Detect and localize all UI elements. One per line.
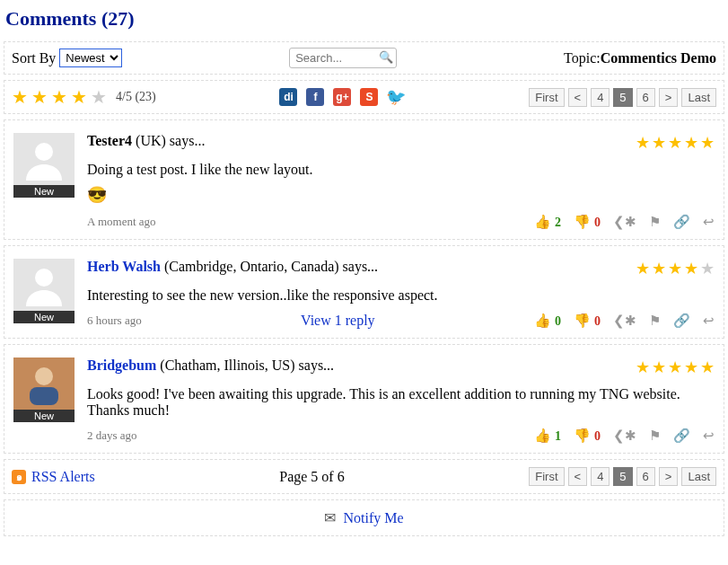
pager-next[interactable]: > bbox=[659, 88, 679, 107]
share-icon[interactable]: ❮✱ bbox=[613, 313, 636, 329]
view-replies-link[interactable]: View 1 reply bbox=[301, 313, 375, 329]
mail-icon: ✉ bbox=[324, 510, 336, 525]
comment-rating: ★★★★★ bbox=[636, 259, 715, 278]
facebook-icon[interactable]: f bbox=[306, 88, 324, 106]
topic-label: Topic: bbox=[564, 50, 601, 66]
pager-6[interactable]: 6 bbox=[636, 88, 655, 107]
says-label: says... bbox=[343, 259, 379, 274]
emoji-cool-icon: 😎 bbox=[87, 185, 715, 205]
rss-icon[interactable]: ๑ bbox=[12, 470, 26, 484]
downvote-button[interactable]: 👎 0 bbox=[574, 428, 601, 444]
comment-time: 6 hours ago bbox=[87, 313, 142, 328]
new-badge: New bbox=[13, 410, 75, 422]
overall-rating-text: 4/5 (23) bbox=[116, 90, 156, 104]
svg-point-2 bbox=[35, 367, 53, 385]
comment-time: A moment ago bbox=[87, 215, 156, 229]
says-label: says... bbox=[299, 358, 335, 373]
share-icon[interactable]: ❮✱ bbox=[613, 428, 636, 444]
overall-stars[interactable]: ★★★★★ bbox=[12, 86, 107, 108]
pager-4[interactable]: 4 bbox=[591, 88, 610, 107]
pager-prev[interactable]: < bbox=[568, 467, 588, 486]
stumbleupon-icon[interactable]: S bbox=[360, 88, 378, 106]
comment-time: 2 days ago bbox=[87, 428, 137, 443]
pager-5[interactable]: 5 bbox=[613, 467, 632, 486]
comment: New Bridgebum (Chatham, Illinois, US) sa… bbox=[4, 344, 724, 454]
comment-location: (Cambridge, Ontario, Canada) bbox=[161, 259, 343, 274]
notify-label: Notify Me bbox=[343, 510, 403, 525]
comment-location: (Chatham, Illinois, US) bbox=[156, 358, 298, 373]
permalink-icon[interactable]: 🔗 bbox=[673, 313, 690, 329]
pager-last[interactable]: Last bbox=[681, 467, 716, 486]
new-badge: New bbox=[13, 311, 75, 323]
comment: New Tester4 (UK) says... ★★★★★ Doing a t… bbox=[4, 119, 724, 240]
digg-icon[interactable]: di bbox=[279, 88, 297, 106]
new-badge: New bbox=[13, 185, 75, 198]
comment-text: Doing a test post. I like the new layout… bbox=[87, 162, 715, 178]
comment-rating: ★★★★★ bbox=[636, 358, 715, 377]
reply-icon[interactable]: ↩ bbox=[703, 313, 715, 329]
avatar bbox=[13, 259, 75, 311]
downvote-button[interactable]: 👎 0 bbox=[574, 313, 601, 329]
pager-5[interactable]: 5 bbox=[613, 88, 632, 107]
sort-label: Sort By bbox=[12, 50, 56, 66]
svg-rect-3 bbox=[30, 387, 58, 405]
page-info: Page 5 of 6 bbox=[95, 469, 530, 485]
comment-author: Tester4 bbox=[87, 133, 132, 148]
pager-first[interactable]: First bbox=[529, 88, 564, 107]
avatar bbox=[13, 133, 75, 185]
reply-icon[interactable]: ↩ bbox=[703, 428, 715, 444]
twitter-icon[interactable]: 🐦 bbox=[387, 88, 405, 106]
share-icon[interactable]: ❮✱ bbox=[613, 214, 636, 230]
pager-first[interactable]: First bbox=[529, 467, 564, 486]
footer-bar: ๑ RSS Alerts Page 5 of 6 First < 4 5 6 >… bbox=[4, 459, 724, 494]
svg-point-0 bbox=[35, 143, 53, 161]
flag-icon[interactable]: ⚑ bbox=[649, 214, 661, 230]
pager-4[interactable]: 4 bbox=[591, 467, 610, 486]
pager-prev[interactable]: < bbox=[568, 88, 588, 107]
permalink-icon[interactable]: 🔗 bbox=[673, 428, 690, 444]
avatar bbox=[13, 358, 75, 410]
rating-bar: ★★★★★ 4/5 (23) di f g+ S 🐦 First < 4 5 6… bbox=[4, 80, 724, 114]
comment-rating: ★★★★★ bbox=[636, 133, 715, 153]
upvote-button[interactable]: 👍 1 bbox=[534, 428, 561, 444]
upvote-button[interactable]: 👍 2 bbox=[534, 214, 561, 230]
search-icon[interactable]: 🔍 bbox=[379, 50, 393, 65]
reply-icon[interactable]: ↩ bbox=[703, 214, 715, 230]
sort-select[interactable]: Newest bbox=[59, 49, 122, 67]
topic-name: Commentics Demo bbox=[601, 50, 716, 66]
notify-button[interactable]: ✉ Notify Me bbox=[4, 499, 724, 536]
upvote-button[interactable]: 👍 0 bbox=[534, 313, 561, 329]
top-bar: Sort By Newest 🔍 Topic: Commentics Demo bbox=[4, 41, 724, 75]
pager-last[interactable]: Last bbox=[681, 88, 716, 107]
comment-author[interactable]: Bridgebum bbox=[87, 358, 156, 373]
pager-bottom: First < 4 5 6 > Last bbox=[529, 467, 716, 486]
pager-6[interactable]: 6 bbox=[636, 467, 655, 486]
rss-link[interactable]: RSS Alerts bbox=[31, 469, 95, 485]
svg-point-1 bbox=[35, 269, 53, 287]
pager-top: First < 4 5 6 > Last bbox=[529, 88, 716, 107]
google-plus-icon[interactable]: g+ bbox=[333, 88, 351, 106]
comment-text: Looks good! I've been awaiting this upgr… bbox=[87, 386, 715, 419]
comment-location: (UK) bbox=[132, 133, 170, 148]
flag-icon[interactable]: ⚑ bbox=[649, 313, 661, 329]
comment-author[interactable]: Herb Walsh bbox=[87, 259, 161, 274]
flag-icon[interactable]: ⚑ bbox=[649, 428, 661, 444]
pager-next[interactable]: > bbox=[659, 467, 679, 486]
comments-heading: Comments (27) bbox=[0, 0, 728, 41]
social-share: di f g+ S 🐦 bbox=[279, 88, 405, 106]
permalink-icon[interactable]: 🔗 bbox=[673, 214, 690, 230]
says-label: says... bbox=[170, 133, 206, 148]
comment: New Herb Walsh (Cambridge, Ontario, Cana… bbox=[4, 245, 724, 339]
downvote-button[interactable]: 👎 0 bbox=[574, 214, 601, 230]
comment-text: Interesting to see the new version..like… bbox=[87, 287, 715, 304]
